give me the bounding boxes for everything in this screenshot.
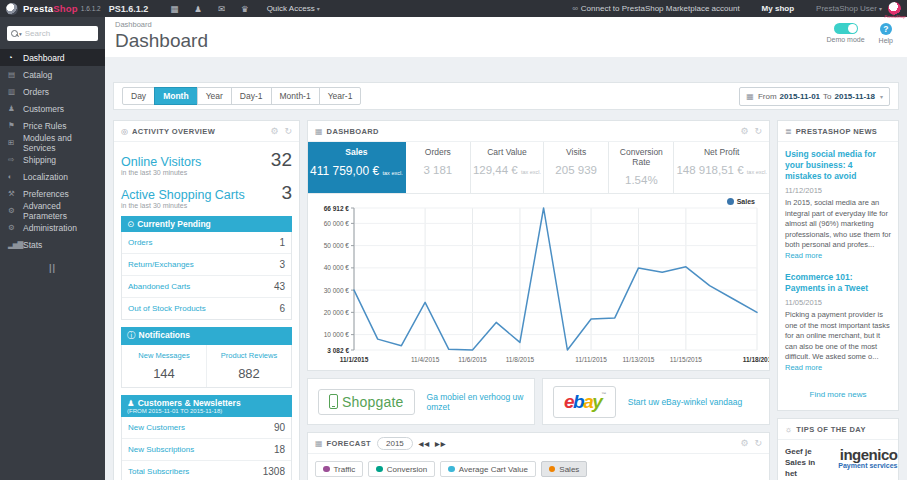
metric-net-profit[interactable]: Net Profit 148 918,51 € tax excl. [674, 142, 769, 193]
table-row[interactable]: Return/Exchanges3 [122, 254, 291, 276]
demo-mode-toggle[interactable] [834, 23, 858, 34]
tab-month-1[interactable]: Month-1 [271, 87, 320, 105]
svg-text:11/6/2015: 11/6/2015 [458, 356, 487, 363]
date-range-picker[interactable]: ▦ From2015-11-01 To2015-11-18 ▾ [739, 87, 890, 106]
sidebar-item-modules-and-services[interactable]: ⊞Modules and Services [0, 134, 105, 151]
notifications-header: ⓘNotifications [121, 327, 292, 345]
legend-sales[interactable]: Sales [541, 461, 588, 477]
legend-average-cart-value[interactable]: Average Cart Value [440, 461, 536, 477]
gear-icon[interactable]: ⚙ [740, 126, 748, 136]
refresh-icon[interactable]: ↻ [284, 126, 292, 136]
quick-access-menu[interactable]: Quick Access▾ [267, 4, 320, 13]
previous-year-button[interactable]: ◀◀ [419, 440, 430, 447]
sidebar-item-catalog[interactable]: ▤Catalog [0, 66, 105, 83]
search-input[interactable] [25, 29, 94, 38]
period-tab-group: Day Month Year Day-1 Month-1 Year-1 [122, 87, 361, 105]
my-shop-link[interactable]: My shop [762, 4, 794, 13]
tips-of-the-day-panel: ☼ TIPS OF THE DAY Geef je Sales in het b… [777, 418, 899, 480]
news-article[interactable]: Ecommerce 101: Payments in a Tweet 11/05… [785, 272, 891, 373]
tab-day[interactable]: Day [122, 87, 155, 105]
metric-cart-value[interactable]: Cart Value 129,44 € tax excl. [471, 142, 544, 193]
sidebar-search[interactable]: ▾ [7, 26, 98, 41]
read-more-link[interactable]: Read more [785, 363, 822, 372]
svg-text:66 912 €: 66 912 € [324, 205, 350, 212]
table-row[interactable]: Out of Stock Products6 [122, 298, 291, 319]
online-visitors-stat[interactable]: Online Visitors 32 [121, 149, 292, 171]
currently-pending-header: ⊙Currently Pending [121, 216, 292, 232]
sidebar-item-customers[interactable]: ♟Customers [0, 100, 105, 117]
table-row[interactable]: Orders1 [122, 232, 291, 254]
link-icon: ∞ [572, 4, 578, 13]
sidebar-item-advanced-parameters[interactable]: ⚙Advanced Parameters [0, 202, 105, 219]
new-messages-cell[interactable]: New Messages 144 [122, 345, 206, 387]
tab-year[interactable]: Year [197, 87, 232, 105]
sidebar-item-shipping[interactable]: ⇨Shipping [0, 151, 105, 168]
avatar[interactable]: PrestaShop [888, 2, 901, 15]
active-carts-stat[interactable]: Active Shopping Carts 3 [121, 182, 292, 204]
svg-text:11/15/2015: 11/15/2015 [670, 356, 702, 363]
table-row[interactable]: Abandoned Carts43 [122, 276, 291, 298]
shop-name-link[interactable]: PS1.6.1.2 [109, 4, 149, 14]
tab-day-1[interactable]: Day-1 [231, 87, 272, 105]
help-icon[interactable]: ? [880, 23, 892, 35]
svg-text:30 000 €: 30 000 € [324, 287, 350, 294]
sidebar-item-preferences[interactable]: ⚒Preferences [0, 185, 105, 202]
marketplace-connect-link[interactable]: ∞Connect to PrestaShop Marketplace accou… [572, 4, 739, 13]
product-reviews-cell[interactable]: Product Reviews 882 [206, 345, 291, 387]
shopgate-banner[interactable]: Shopgate Ga mobiel en verhoog uw omzet [307, 378, 535, 425]
tab-year-1[interactable]: Year-1 [319, 87, 362, 105]
customers-notification-icon[interactable]: ♟ [194, 4, 202, 14]
legend-conversion[interactable]: Conversion [368, 461, 435, 477]
news-article[interactable]: Using social media for your business: 4 … [785, 149, 891, 261]
forecast-legend: Traffic Conversion Average Cart Value Sa… [308, 454, 769, 480]
truck-icon: ⇨ [8, 155, 23, 164]
main-content: Dashboard Dashboard Demo mode ? Help Day… [105, 17, 907, 480]
sidebar-item-price-rules[interactable]: ⚑Price Rules [0, 117, 105, 134]
metric-visits[interactable]: Visits 205 939 [544, 142, 609, 193]
activity-icon: ◎ [121, 127, 128, 136]
chart-legend-sales[interactable]: Sales [727, 198, 755, 205]
trophy-icon[interactable]: ♛ [241, 4, 249, 14]
ebay-banner[interactable]: ebay™ Start uw eBay-winkel vandaag [542, 378, 770, 425]
metric-sales[interactable]: Sales 411 759,00 € tax excl. [308, 142, 406, 193]
sidebar-collapse-button[interactable]: || [0, 263, 105, 273]
ebay-logo: ebay™ [553, 386, 616, 418]
gear-icon[interactable]: ⚙ [270, 126, 278, 136]
table-row[interactable]: Total Subscribers1308 [122, 461, 291, 480]
table-row[interactable]: New Customers90 [122, 417, 291, 439]
refresh-icon[interactable]: ↻ [754, 126, 762, 136]
content-body: Day Month Year Day-1 Month-1 Year-1 ▦ Fr… [105, 57, 907, 480]
read-more-link[interactable]: Read more [785, 251, 822, 260]
svg-text:60 000 €: 60 000 € [324, 220, 350, 227]
table-row[interactable]: New Subscriptions18 [122, 439, 291, 461]
sales-chart-area: Sales 66 912 €60 000 €50 000 €40 000 €30… [308, 194, 769, 370]
date-filter-bar: Day Month Year Day-1 Month-1 Year-1 ▦ Fr… [113, 82, 899, 110]
chevron-down-icon: ▾ [879, 6, 882, 12]
wrench-icon: ⚒ [8, 189, 23, 198]
sidebar-item-orders[interactable]: ▥Orders [0, 83, 105, 100]
to-date: 2015-11-18 [835, 92, 875, 101]
shopgate-link[interactable]: Ga mobiel en verhoog uw omzet [427, 392, 524, 412]
sidebar-item-administration[interactable]: ⚙Administration [0, 219, 105, 236]
sidebar-item-dashboard[interactable]: ◔Dashboard [0, 49, 105, 66]
sidebar-item-stats[interactable]: ▂▅▇Stats [0, 236, 105, 253]
version-label: 1.6.1.2 [81, 5, 101, 12]
ebay-link[interactable]: Start uw eBay-winkel vandaag [628, 397, 742, 407]
tab-month[interactable]: Month [154, 87, 198, 105]
sidebar-menu: ◔Dashboard ▤Catalog ▥Orders ♟Customers ⚑… [0, 49, 105, 253]
metric-conversion-rate[interactable]: Conversion Rate 1.54% [609, 142, 674, 193]
demo-mode-label: Demo mode [826, 36, 864, 43]
user-menu[interactable]: PrestaShop User▾ [816, 4, 882, 13]
lightbulb-icon: ☼ [785, 425, 792, 434]
next-year-button[interactable]: ▶▶ [435, 440, 446, 447]
find-more-news-link[interactable]: Find more news [785, 384, 891, 403]
metric-orders[interactable]: Orders 3 181 [406, 142, 471, 193]
refresh-icon[interactable]: ↻ [754, 438, 762, 448]
sidebar-item-localization[interactable]: ◐Localization [0, 168, 105, 185]
messages-icon[interactable]: ✉ [218, 4, 225, 14]
kpi-row: Sales 411 759,00 € tax excl. Orders 3 18… [308, 142, 769, 194]
breadcrumb[interactable]: Dashboard [115, 20, 897, 29]
gear-icon[interactable]: ⚙ [740, 438, 748, 448]
legend-traffic[interactable]: Traffic [315, 461, 363, 477]
cart-icon[interactable]: ▦ [170, 4, 178, 14]
